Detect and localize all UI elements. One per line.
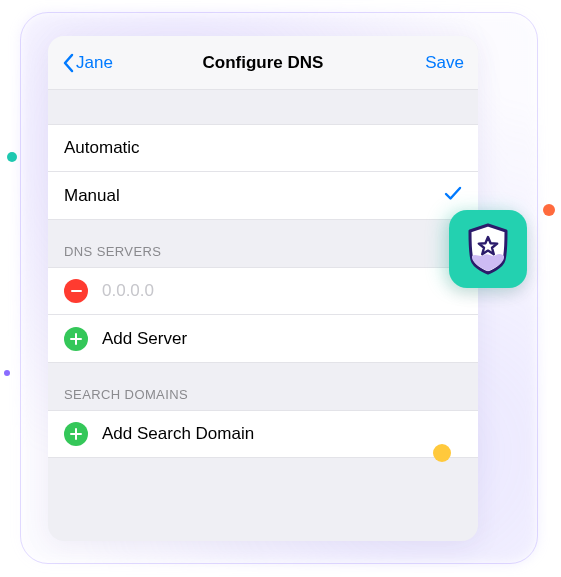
checkmark-icon	[444, 185, 462, 206]
decorative-dot	[7, 152, 17, 162]
decorative-dot	[543, 204, 555, 216]
remove-server-button[interactable]	[64, 279, 88, 303]
add-search-domain-row[interactable]: Add Search Domain	[48, 410, 478, 458]
add-search-domain-label: Add Search Domain	[102, 424, 254, 444]
dns-servers-header: DNS SERVERS	[48, 220, 478, 267]
mode-option-label: Manual	[64, 186, 444, 206]
search-domains-header: SEARCH DOMAINS	[48, 363, 478, 410]
spacer	[48, 90, 478, 124]
mode-option-label: Automatic	[64, 138, 462, 158]
chevron-left-icon	[62, 53, 74, 73]
app-icon	[449, 210, 527, 288]
dns-server-entry-row	[48, 267, 478, 315]
shield-star-icon	[463, 222, 513, 276]
navbar: Jane Configure DNS Save	[48, 36, 478, 90]
back-button[interactable]: Jane	[62, 53, 113, 73]
add-server-button[interactable]	[64, 327, 88, 351]
decorative-dot	[433, 444, 451, 462]
decorative-dot	[4, 370, 10, 376]
add-search-domain-button[interactable]	[64, 422, 88, 446]
add-server-row[interactable]: Add Server	[48, 315, 478, 363]
plus-icon	[70, 333, 82, 345]
settings-screen: Jane Configure DNS Save Automatic Manual…	[48, 36, 478, 541]
dns-server-input[interactable]	[102, 281, 462, 301]
plus-icon	[70, 428, 82, 440]
add-server-label: Add Server	[102, 329, 187, 349]
mode-option-automatic[interactable]: Automatic	[48, 124, 478, 172]
save-button[interactable]: Save	[425, 53, 464, 73]
mode-option-manual[interactable]: Manual	[48, 172, 478, 220]
back-label: Jane	[76, 53, 113, 73]
minus-icon	[71, 290, 82, 292]
